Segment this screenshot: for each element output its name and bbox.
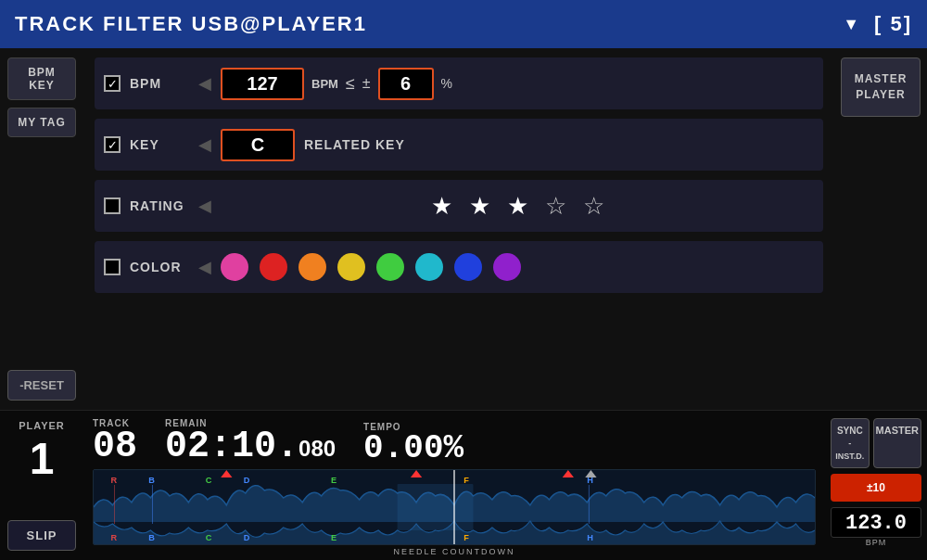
bpm-unit: BPM bbox=[311, 77, 338, 91]
track-info-row: TRACK 08 REMAIN 02:10. 080 TEMPO 0.00% bbox=[93, 418, 816, 465]
right-sidebar: MASTERPLAYER bbox=[834, 48, 927, 410]
rating-arrow-icon: ◀ bbox=[198, 196, 211, 216]
key-filter-row: ✓ KEY ◀ C RELATED KEY bbox=[95, 119, 823, 171]
bpm-controls: 127 BPM ≤ ± 6 % bbox=[221, 68, 814, 100]
svg-text:R: R bbox=[110, 476, 117, 485]
svg-text:B: B bbox=[148, 476, 155, 485]
color-dot-green[interactable] bbox=[376, 253, 404, 281]
color-dot-purple[interactable] bbox=[493, 253, 521, 281]
filter-area: ✓ BPM ◀ 127 BPM ≤ ± 6 % ✓ KEY ◀ C RELATE… bbox=[83, 48, 834, 410]
reset-button[interactable]: -RESET bbox=[7, 370, 76, 401]
svg-text:F: F bbox=[464, 533, 469, 542]
waveform-section: TRACK 08 REMAIN 02:10. 080 TEMPO 0.00% bbox=[83, 411, 825, 560]
svg-text:C: C bbox=[206, 533, 212, 542]
rating-checkbox[interactable] bbox=[104, 197, 121, 214]
master-button[interactable]: MASTER bbox=[873, 418, 921, 468]
svg-text:E: E bbox=[331, 476, 337, 485]
pm10-button[interactable]: ±10 bbox=[831, 474, 921, 502]
needle-countdown: NEEDLE COUNTDOWN bbox=[93, 547, 816, 556]
header: TRACK FILTER USB@PLAYER1 ▼ [ 5] bbox=[0, 0, 927, 48]
track-group: TRACK 08 bbox=[93, 418, 137, 465]
bpm-checkbox[interactable]: ✓ bbox=[104, 75, 121, 92]
slip-button[interactable]: SLIP bbox=[7, 520, 76, 551]
waveform-svg: R B C D E F H R B C D E F H bbox=[94, 470, 815, 544]
bpm-key-button[interactable]: BPMKEY bbox=[7, 57, 76, 100]
svg-text:B: B bbox=[148, 533, 155, 542]
bpm-display: 123.0 bbox=[831, 507, 921, 538]
player-section: PLAYER 1 SLIP bbox=[0, 411, 83, 560]
svg-text:D: D bbox=[244, 476, 250, 485]
remain-ms: 080 bbox=[298, 436, 336, 462]
svg-text:D: D bbox=[244, 533, 250, 542]
key-related-label: RELATED KEY bbox=[304, 137, 405, 152]
player-number: 1 bbox=[30, 437, 55, 481]
star-4[interactable]: ☆ bbox=[545, 192, 566, 221]
bpm-display-label: BPM bbox=[831, 538, 921, 547]
sync-button[interactable]: SYNC- INST.D. bbox=[831, 418, 870, 468]
key-controls: C RELATED KEY bbox=[221, 129, 814, 161]
color-arrow-icon: ◀ bbox=[198, 257, 211, 277]
track-number: 08 bbox=[93, 428, 137, 465]
bpm-filter-row: ✓ BPM ◀ 127 BPM ≤ ± 6 % bbox=[95, 57, 823, 109]
key-label: KEY bbox=[130, 137, 189, 152]
filter-icon: ▼ bbox=[843, 15, 859, 34]
master-player-button[interactable]: MASTERPLAYER bbox=[841, 57, 921, 117]
color-dot-yellow[interactable] bbox=[337, 253, 365, 281]
header-title: TRACK FILTER USB@PLAYER1 bbox=[15, 12, 843, 36]
color-filter-row: COLOR ◀ bbox=[95, 241, 823, 293]
color-controls bbox=[221, 253, 814, 281]
color-dot-blue[interactable] bbox=[454, 253, 482, 281]
svg-text:E: E bbox=[331, 533, 337, 542]
main-area: BPMKEY MY TAG -RESET ✓ BPM ◀ 127 BPM ≤ ±… bbox=[0, 48, 927, 410]
player-label: PLAYER bbox=[19, 420, 65, 431]
waveform-container: R B C D E F H R B C D E F H bbox=[93, 469, 816, 545]
svg-text:C: C bbox=[206, 476, 212, 485]
tempo-value: 0.00% bbox=[363, 432, 464, 465]
bpm-percent: % bbox=[441, 76, 452, 91]
bpm-arrow-icon: ◀ bbox=[198, 73, 211, 94]
right-controls: SYNC- INST.D. MASTER ±10 123.0 BPM bbox=[825, 411, 927, 560]
star-2[interactable]: ★ bbox=[469, 192, 490, 221]
svg-rect-2 bbox=[398, 484, 474, 530]
rating-filter-row: RATING ◀ ★ ★ ★ ☆ ☆ bbox=[95, 180, 823, 232]
key-arrow-icon: ◀ bbox=[198, 134, 211, 155]
remain-value: 02:10. bbox=[165, 428, 298, 465]
bpm-range[interactable]: 6 bbox=[378, 68, 434, 100]
star-5[interactable]: ☆ bbox=[583, 192, 604, 221]
star-1[interactable]: ★ bbox=[431, 192, 452, 221]
color-dot-pink[interactable] bbox=[221, 253, 248, 281]
color-dot-red[interactable] bbox=[260, 253, 287, 281]
svg-text:R: R bbox=[110, 533, 117, 542]
my-tag-button[interactable]: MY TAG bbox=[7, 108, 76, 137]
bpm-label: BPM bbox=[130, 76, 189, 91]
key-value[interactable]: C bbox=[221, 129, 295, 161]
bpm-value[interactable]: 127 bbox=[221, 68, 304, 100]
bpm-pm: ± bbox=[362, 75, 371, 92]
sync-master-row: SYNC- INST.D. MASTER bbox=[831, 418, 921, 468]
rating-label: RATING bbox=[130, 198, 189, 213]
svg-text:F: F bbox=[464, 476, 469, 485]
left-sidebar: BPMKEY MY TAG -RESET bbox=[0, 48, 83, 410]
star-3[interactable]: ★ bbox=[507, 192, 528, 221]
rating-controls: ★ ★ ★ ☆ ☆ bbox=[221, 192, 814, 221]
bpm-operator: ≤ bbox=[346, 74, 355, 94]
remain-group: REMAIN 02:10. 080 bbox=[165, 418, 336, 465]
color-dot-orange[interactable] bbox=[298, 253, 326, 281]
header-count: [ 5] bbox=[874, 12, 912, 36]
bottom-area: PLAYER 1 SLIP TRACK 08 REMAIN 02:10. 080… bbox=[0, 410, 927, 560]
key-checkbox[interactable]: ✓ bbox=[104, 136, 121, 153]
color-dot-cyan[interactable] bbox=[415, 253, 443, 281]
svg-text:H: H bbox=[587, 533, 593, 542]
color-checkbox[interactable] bbox=[104, 259, 121, 275]
color-label: COLOR bbox=[130, 260, 189, 274]
tempo-group: TEMPO 0.00% bbox=[363, 422, 464, 465]
